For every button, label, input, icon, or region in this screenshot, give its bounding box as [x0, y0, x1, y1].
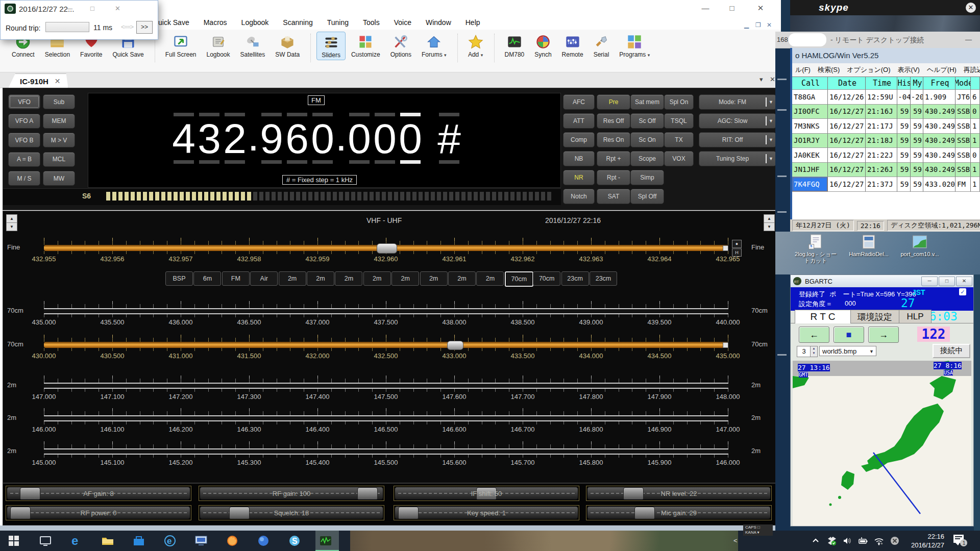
fine-end-button-1[interactable]: H: [732, 248, 742, 257]
band-button-2m-9[interactable]: 2m: [420, 271, 448, 286]
menu-logbook[interactable]: Logbook: [241, 18, 269, 27]
synch-button[interactable]: Synch: [530, 32, 556, 59]
hamlog-cell[interactable]: 16/12/26: [828, 90, 866, 105]
taskbar-clock[interactable]: 22:16 2016/12/27: [898, 532, 944, 549]
menu-macros[interactable]: Macros: [204, 18, 227, 27]
ruler-track[interactable]: [44, 415, 728, 421]
hamlog-cell[interactable]: 59: [897, 105, 911, 119]
radio-button-sat-mem[interactable]: Sat mem: [630, 94, 664, 110]
taskbar-icon-file-explorer[interactable]: [101, 534, 115, 548]
radio-button-nr[interactable]: NR: [563, 170, 595, 185]
slider-track[interactable]: Key speed: 1: [395, 507, 578, 519]
tuning-slider-handle[interactable]: [447, 341, 463, 350]
freq-digit[interactable]: 2: [223, 113, 247, 164]
tabrow-close-icon[interactable]: ✕: [770, 76, 775, 83]
radio-button-notch[interactable]: Notch: [563, 189, 595, 204]
hamlog-cell[interactable]: 1.909: [923, 90, 955, 105]
tab-rtc[interactable]: R T C: [795, 310, 851, 323]
stop-button[interactable]: ■: [834, 327, 864, 343]
hamlog-cell[interactable]: 433.020: [923, 177, 955, 192]
hamlog-cell[interactable]: SSB: [955, 134, 971, 148]
freq-digit[interactable]: 0: [347, 113, 372, 164]
hamlog-col-mode[interactable]: Mode: [955, 77, 971, 90]
rdp-titlebar[interactable]: 168 - リモート デスクトップ接続 —: [775, 32, 980, 48]
taskbar-icon-internet-explorer[interactable]: e: [163, 534, 177, 548]
hamlog-cell[interactable]: 1: [971, 177, 980, 192]
mdi-close-icon[interactable]: ✕: [767, 21, 772, 30]
hamlog-cell[interactable]: 59: [911, 105, 923, 119]
hamlog-cell[interactable]: SSB: [955, 148, 971, 163]
freq-separator[interactable]: .: [248, 113, 259, 160]
tab-help[interactable]: HLP: [899, 310, 932, 323]
hamlog-cell[interactable]: 0: [971, 105, 980, 119]
spinner-arrows-icon[interactable]: ▲▼: [810, 346, 818, 357]
hamlog-cell[interactable]: 59: [897, 148, 911, 163]
ruler-track[interactable]: [44, 448, 728, 455]
radio-button-m-s[interactable]: M / S: [8, 171, 40, 186]
mdi-minimize-icon[interactable]: ▁: [744, 21, 749, 30]
hamlog-menu-f[interactable]: ル(F): [795, 65, 811, 74]
radio-button-sub[interactable]: Sub: [43, 94, 75, 109]
slider-af-gain[interactable]: AF gain: 8: [6, 486, 191, 501]
rdp-minimize-icon[interactable]: —: [965, 36, 972, 43]
radio-button-res-off[interactable]: Res Off: [597, 113, 630, 129]
radio-button-tx[interactable]: TX: [664, 132, 694, 147]
hamlog-cell[interactable]: 59: [911, 119, 923, 134]
hamlog-title[interactable]: o HAMLOG/Win Ver5.25: [792, 48, 980, 63]
band-button-70cm-13[interactable]: 70cm: [533, 271, 560, 286]
hamlog-cell[interactable]: SSB: [955, 119, 971, 134]
hamlog-menu-v[interactable]: 表示(V): [898, 65, 920, 74]
map-number-spinner[interactable]: 3: [797, 346, 811, 357]
taskbar-icon-app-blue[interactable]: [256, 534, 271, 548]
menu-tools[interactable]: Tools: [363, 18, 380, 27]
hamlog-cell[interactable]: 59: [911, 148, 923, 163]
slider-track[interactable]: NR level: 22: [587, 487, 770, 499]
map-file-select[interactable]: world5.bmp▼: [819, 346, 876, 356]
tray-icon-dropbox[interactable]: [826, 536, 837, 546]
tabrow-chevron-icon[interactable]: ▾: [760, 76, 763, 83]
hamlog-cell[interactable]: 59: [897, 134, 911, 148]
sw-data-button[interactable]: SW Data: [271, 32, 304, 59]
band-button-2m-8[interactable]: 2m: [391, 271, 419, 286]
radio-button-mw[interactable]: MW: [43, 171, 75, 186]
forums-button[interactable]: Forums ▾: [417, 32, 451, 59]
hamlog-cell[interactable]: 16/12/27: [828, 119, 866, 134]
freq-digit[interactable]: 4: [172, 113, 196, 164]
ruler-end-marker[interactable]: [723, 342, 728, 348]
menu-help[interactable]: Help: [465, 18, 480, 27]
hamlog-cell[interactable]: 430.249: [923, 134, 955, 148]
freq-digit[interactable]: 0: [373, 113, 397, 164]
hamlog-cell[interactable]: 59: [897, 177, 911, 192]
bgartc-checkbox[interactable]: ✓: [959, 288, 966, 295]
hamlog-cell[interactable]: 430.249: [923, 119, 955, 134]
ime-status-box[interactable]: CAPS □KANA ▾: [743, 524, 773, 536]
hamlog-col-his[interactable]: His: [897, 77, 911, 90]
hamlog-cell[interactable]: SSB: [955, 105, 971, 119]
mdi-restore-icon[interactable]: ❐: [755, 21, 761, 30]
remote-button[interactable]: Remote: [557, 32, 588, 59]
slider-if-shift[interactable]: IF shift: 50: [394, 486, 579, 501]
slider-track[interactable]: AF gain: 8: [7, 487, 190, 499]
connect-status-button[interactable]: 接続中: [933, 344, 970, 358]
freq-digit[interactable]: 0: [398, 113, 423, 164]
taskbar-icon-start[interactable]: [7, 534, 21, 548]
radio-button-pre[interactable]: Pre: [597, 94, 630, 110]
taskbar-icon-store[interactable]: [132, 534, 146, 548]
rotate-right-button[interactable]: →: [868, 327, 899, 343]
close-icon[interactable]: ✕: [749, 2, 772, 14]
hamlog-cell[interactable]: 21:17J: [866, 119, 897, 134]
customize-button[interactable]: Customize: [347, 32, 385, 59]
slider-track[interactable]: Squelch: 18: [200, 507, 383, 519]
dropdown-mode-fm[interactable]: Mode: FM▼: [699, 94, 776, 110]
hamlog-cell[interactable]: 21:16J: [866, 105, 897, 119]
hamlog-menu-[interactable]: 再読込み(: [964, 65, 980, 74]
menu-window[interactable]: Window: [426, 18, 451, 27]
hamlog-cell[interactable]: 21:37J: [866, 177, 897, 192]
hamlog-cell-call[interactable]: 7K4FGQ: [792, 177, 828, 192]
full-screen-button[interactable]: Full Screen: [161, 32, 201, 59]
hamlog-menu-o[interactable]: オプション(O): [847, 65, 890, 74]
freq-digit[interactable]: 6: [285, 113, 309, 164]
popup-close-icon[interactable]: ✕: [115, 5, 120, 12]
band-button-2m-4[interactable]: 2m: [279, 271, 306, 286]
radio-button-rpt[interactable]: Rpt +: [597, 151, 630, 166]
